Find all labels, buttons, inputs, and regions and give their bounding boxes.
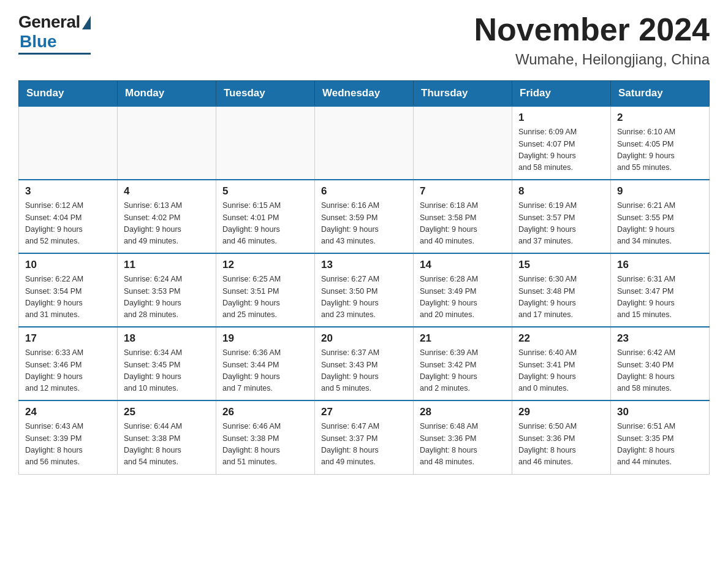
day-info: Sunrise: 6:39 AM Sunset: 3:42 PM Dayligh…: [420, 347, 506, 395]
day-number: 7: [420, 185, 506, 197]
calendar-cell: 5Sunrise: 6:15 AM Sunset: 4:01 PM Daylig…: [216, 180, 315, 253]
calendar-cell: [216, 106, 315, 180]
day-info: Sunrise: 6:10 AM Sunset: 4:05 PM Dayligh…: [617, 126, 703, 174]
calendar-cell: 16Sunrise: 6:31 AM Sunset: 3:47 PM Dayli…: [611, 253, 710, 327]
calendar-cell: 15Sunrise: 6:30 AM Sunset: 3:48 PM Dayli…: [512, 253, 611, 327]
calendar-cell: [19, 106, 118, 180]
day-info: Sunrise: 6:36 AM Sunset: 3:44 PM Dayligh…: [222, 347, 308, 395]
calendar-cell: 14Sunrise: 6:28 AM Sunset: 3:49 PM Dayli…: [414, 253, 512, 327]
weekday-friday: Friday: [512, 81, 611, 107]
day-info: Sunrise: 6:40 AM Sunset: 3:41 PM Dayligh…: [518, 347, 604, 395]
calendar-cell: 18Sunrise: 6:34 AM Sunset: 3:45 PM Dayli…: [118, 327, 216, 400]
logo: General Blue: [18, 12, 91, 55]
day-info: Sunrise: 6:13 AM Sunset: 4:02 PM Dayligh…: [124, 200, 210, 248]
title-area: November 2024 Wumahe, Heilongjiang, Chin…: [474, 12, 710, 68]
day-info: Sunrise: 6:43 AM Sunset: 3:39 PM Dayligh…: [25, 421, 111, 469]
page-header: General Blue November 2024 Wumahe, Heilo…: [18, 12, 710, 68]
logo-general-text: General: [18, 12, 80, 32]
calendar-cell: 17Sunrise: 6:33 AM Sunset: 3:46 PM Dayli…: [19, 327, 118, 400]
calendar-cell: 20Sunrise: 6:37 AM Sunset: 3:43 PM Dayli…: [315, 327, 414, 400]
day-number: 14: [420, 259, 506, 271]
calendar-cell: 23Sunrise: 6:42 AM Sunset: 3:40 PM Dayli…: [611, 327, 710, 400]
day-info: Sunrise: 6:31 AM Sunset: 3:47 PM Dayligh…: [617, 274, 703, 321]
calendar-table: SundayMondayTuesdayWednesdayThursdayFrid…: [18, 80, 710, 475]
week-row-1: 1Sunrise: 6:09 AM Sunset: 4:07 PM Daylig…: [19, 106, 710, 180]
day-number: 29: [518, 406, 604, 418]
day-info: Sunrise: 6:28 AM Sunset: 3:49 PM Dayligh…: [420, 274, 506, 321]
day-number: 30: [617, 406, 703, 418]
weekday-wednesday: Wednesday: [315, 81, 414, 107]
day-info: Sunrise: 6:44 AM Sunset: 3:38 PM Dayligh…: [124, 421, 210, 469]
day-info: Sunrise: 6:30 AM Sunset: 3:48 PM Dayligh…: [518, 274, 604, 321]
calendar-cell: 27Sunrise: 6:47 AM Sunset: 3:37 PM Dayli…: [315, 400, 414, 474]
calendar-cell: 9Sunrise: 6:21 AM Sunset: 3:55 PM Daylig…: [611, 180, 710, 253]
weekday-tuesday: Tuesday: [216, 81, 315, 107]
day-info: Sunrise: 6:27 AM Sunset: 3:50 PM Dayligh…: [321, 274, 407, 321]
day-number: 26: [222, 406, 308, 418]
calendar-cell: 25Sunrise: 6:44 AM Sunset: 3:38 PM Dayli…: [118, 400, 216, 474]
weekday-header-row: SundayMondayTuesdayWednesdayThursdayFrid…: [19, 81, 710, 107]
logo-blue-text: Blue: [20, 32, 57, 52]
calendar-cell: 21Sunrise: 6:39 AM Sunset: 3:42 PM Dayli…: [414, 327, 512, 400]
day-number: 10: [25, 259, 111, 271]
day-number: 13: [321, 259, 407, 271]
day-number: 25: [124, 406, 210, 418]
day-number: 15: [518, 259, 604, 271]
day-number: 23: [617, 332, 703, 345]
day-number: 24: [25, 406, 111, 418]
day-number: 9: [617, 185, 703, 197]
day-info: Sunrise: 6:34 AM Sunset: 3:45 PM Dayligh…: [124, 347, 210, 395]
day-number: 22: [518, 332, 604, 345]
day-number: 11: [124, 259, 210, 271]
day-info: Sunrise: 6:21 AM Sunset: 3:55 PM Dayligh…: [617, 200, 703, 248]
day-number: 4: [124, 185, 210, 197]
week-row-3: 10Sunrise: 6:22 AM Sunset: 3:54 PM Dayli…: [19, 253, 710, 327]
calendar-cell: 12Sunrise: 6:25 AM Sunset: 3:51 PM Dayli…: [216, 253, 315, 327]
calendar-cell: [414, 106, 512, 180]
day-number: 21: [420, 332, 506, 345]
day-info: Sunrise: 6:25 AM Sunset: 3:51 PM Dayligh…: [222, 274, 308, 321]
calendar-cell: 2Sunrise: 6:10 AM Sunset: 4:05 PM Daylig…: [611, 106, 710, 180]
calendar-cell: 10Sunrise: 6:22 AM Sunset: 3:54 PM Dayli…: [19, 253, 118, 327]
day-number: 12: [222, 259, 308, 271]
calendar-cell: 29Sunrise: 6:50 AM Sunset: 3:36 PM Dayli…: [512, 400, 611, 474]
day-info: Sunrise: 6:12 AM Sunset: 4:04 PM Dayligh…: [25, 200, 111, 248]
day-info: Sunrise: 6:24 AM Sunset: 3:53 PM Dayligh…: [124, 274, 210, 321]
day-info: Sunrise: 6:48 AM Sunset: 3:36 PM Dayligh…: [420, 421, 506, 469]
day-info: Sunrise: 6:18 AM Sunset: 3:58 PM Dayligh…: [420, 200, 506, 248]
calendar-cell: 26Sunrise: 6:46 AM Sunset: 3:38 PM Dayli…: [216, 400, 315, 474]
calendar-cell: 28Sunrise: 6:48 AM Sunset: 3:36 PM Dayli…: [414, 400, 512, 474]
day-info: Sunrise: 6:47 AM Sunset: 3:37 PM Dayligh…: [321, 421, 407, 469]
day-info: Sunrise: 6:19 AM Sunset: 3:57 PM Dayligh…: [518, 200, 604, 248]
calendar-cell: 11Sunrise: 6:24 AM Sunset: 3:53 PM Dayli…: [118, 253, 216, 327]
calendar-cell: 6Sunrise: 6:16 AM Sunset: 3:59 PM Daylig…: [315, 180, 414, 253]
day-info: Sunrise: 6:22 AM Sunset: 3:54 PM Dayligh…: [25, 274, 111, 321]
day-info: Sunrise: 6:51 AM Sunset: 3:35 PM Dayligh…: [617, 421, 703, 469]
day-number: 3: [25, 185, 111, 197]
calendar-cell: 30Sunrise: 6:51 AM Sunset: 3:35 PM Dayli…: [611, 400, 710, 474]
day-number: 6: [321, 185, 407, 197]
weekday-saturday: Saturday: [611, 81, 710, 107]
logo-underline: [18, 53, 91, 55]
day-info: Sunrise: 6:42 AM Sunset: 3:40 PM Dayligh…: [617, 347, 703, 395]
calendar-cell: 13Sunrise: 6:27 AM Sunset: 3:50 PM Dayli…: [315, 253, 414, 327]
weekday-thursday: Thursday: [414, 81, 512, 107]
day-number: 5: [222, 185, 308, 197]
calendar-cell: [315, 106, 414, 180]
week-row-2: 3Sunrise: 6:12 AM Sunset: 4:04 PM Daylig…: [19, 180, 710, 253]
calendar-cell: 19Sunrise: 6:36 AM Sunset: 3:44 PM Dayli…: [216, 327, 315, 400]
calendar-cell: 8Sunrise: 6:19 AM Sunset: 3:57 PM Daylig…: [512, 180, 611, 253]
day-info: Sunrise: 6:50 AM Sunset: 3:36 PM Dayligh…: [518, 421, 604, 469]
day-number: 2: [617, 112, 703, 124]
month-title: November 2024: [474, 12, 710, 47]
day-info: Sunrise: 6:37 AM Sunset: 3:43 PM Dayligh…: [321, 347, 407, 395]
weekday-sunday: Sunday: [19, 81, 118, 107]
day-info: Sunrise: 6:15 AM Sunset: 4:01 PM Dayligh…: [222, 200, 308, 248]
day-number: 20: [321, 332, 407, 345]
day-number: 28: [420, 406, 506, 418]
day-number: 8: [518, 185, 604, 197]
calendar-cell: 22Sunrise: 6:40 AM Sunset: 3:41 PM Dayli…: [512, 327, 611, 400]
day-number: 18: [124, 332, 210, 345]
calendar-cell: 24Sunrise: 6:43 AM Sunset: 3:39 PM Dayli…: [19, 400, 118, 474]
day-number: 27: [321, 406, 407, 418]
